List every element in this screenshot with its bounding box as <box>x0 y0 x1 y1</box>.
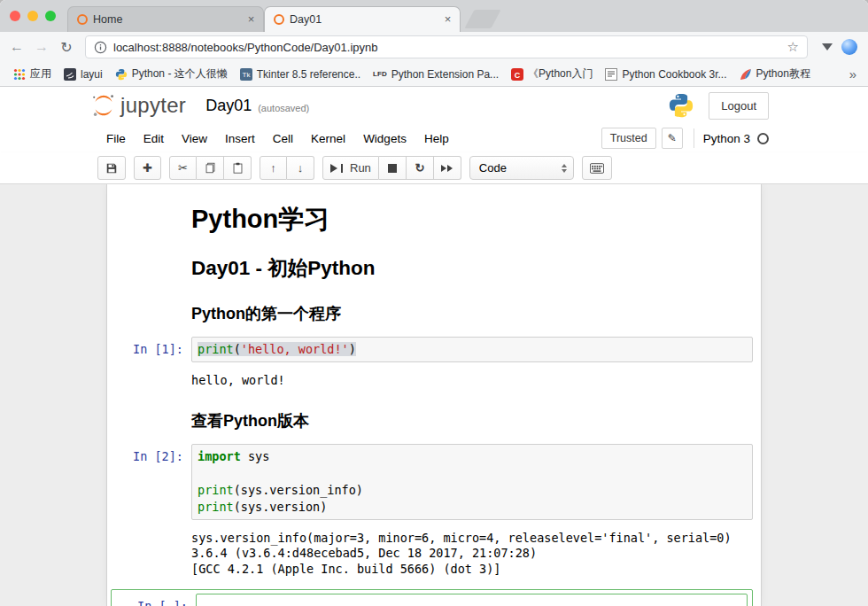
menu-file[interactable]: File <box>97 132 135 145</box>
url-text[interactable]: localhost:8888/notebooks/PythonCode/Day0… <box>113 41 781 54</box>
code-input[interactable]: import sys print(sys.version_info)print(… <box>191 444 753 520</box>
menu-cell[interactable]: Cell <box>264 132 302 145</box>
empty-prompt <box>107 527 191 581</box>
bookmark-python-intro[interactable]: C 《Python入门 <box>505 64 599 84</box>
input-prompt: In [ ]: <box>112 594 196 606</box>
empty-prompt <box>107 400 191 437</box>
save-icon <box>105 162 118 175</box>
bookmark-label: 《Python入门 <box>528 66 593 82</box>
back-button[interactable]: ← <box>5 35 28 58</box>
plus-icon: ✚ <box>143 161 152 175</box>
markdown-cell-title[interactable]: Python学习 <box>107 195 761 240</box>
url-bar[interactable]: localhost:8888/notebooks/PythonCode/Day0… <box>85 35 808 58</box>
dropdown-triangle-icon[interactable] <box>822 43 833 50</box>
move-cell-up-button[interactable]: ↑ <box>260 156 287 180</box>
bookmark-python-cookbook[interactable]: Python Cookbook 3r... <box>599 66 732 83</box>
code-cell-1[interactable]: In [1]: print('hello, world!') <box>107 333 761 366</box>
markdown-cell-check-version[interactable]: 查看Python版本 <box>107 396 761 440</box>
reload-button[interactable]: ↻ <box>55 35 78 58</box>
run-label: Run <box>350 161 371 175</box>
empty-prompt <box>107 292 191 330</box>
menu-edit[interactable]: Edit <box>135 132 173 145</box>
browser-window: Home × Day01 × ← → ↻ localhost:8888/note… <box>0 0 868 606</box>
markdown-cell-first-program[interactable]: Python的第一个程序 <box>107 289 761 333</box>
bookmark-label: layui <box>81 68 103 81</box>
bookmark-label: Python教程 <box>756 66 810 82</box>
stop-icon <box>388 164 397 173</box>
tab-day01[interactable]: Day01 × <box>264 6 461 32</box>
apps-grid-icon <box>13 68 26 81</box>
jupyter-logo-icon[interactable] <box>90 92 117 119</box>
input-prompt: In [2]: <box>107 444 191 520</box>
restart-run-all-button[interactable] <box>434 156 461 180</box>
save-button[interactable] <box>97 156 126 180</box>
cut-cells-button[interactable]: ✂ <box>169 156 197 180</box>
book-icon <box>605 68 617 81</box>
step-forward-icon <box>330 164 337 173</box>
trusted-badge[interactable]: Trusted <box>601 128 656 149</box>
empty-code-cell-selected[interactable]: In [ ]: <box>111 589 753 606</box>
bookmark-python-tutorial[interactable]: Python教程 <box>733 64 817 84</box>
menu-view[interactable]: View <box>173 132 216 145</box>
code-input[interactable]: print('hello, world!') <box>191 337 753 362</box>
tab-home[interactable]: Home × <box>67 6 264 32</box>
input-prompt: In [1]: <box>107 337 191 362</box>
notebook-area[interactable]: Python学习 Day01 - 初始Python Python的第一个程序 I… <box>0 184 868 606</box>
fullscreen-window-button[interactable] <box>45 11 56 21</box>
bookmark-python-blog[interactable]: Python - 这个人很懒 <box>109 64 234 84</box>
new-tab-button[interactable] <box>464 10 500 28</box>
notebook-heading-1: Python学习 <box>191 206 753 233</box>
stop-kernel-button[interactable] <box>379 156 407 180</box>
minimize-window-button[interactable] <box>27 11 38 21</box>
menu-help[interactable]: Help <box>415 132 458 145</box>
run-button[interactable]: Run <box>322 156 379 180</box>
jupyter-wordmark[interactable]: jupyter <box>120 93 186 118</box>
add-cell-button[interactable]: ✚ <box>134 156 161 180</box>
cell-type-value: Code <box>479 161 507 175</box>
menu-insert[interactable]: Insert <box>216 132 264 145</box>
menu-widgets[interactable]: Widgets <box>354 132 415 145</box>
arrow-down-icon: ↓ <box>298 161 304 175</box>
tab-list: Home × Day01 × <box>67 0 496 32</box>
bookmarks-overflow-chevron-icon[interactable]: » <box>845 66 861 82</box>
empty-prompt <box>107 369 191 392</box>
tab-title: Home <box>93 13 239 26</box>
bookmark-python-extension[interactable]: LFD Python Extension Pa... <box>367 66 505 83</box>
kernel-name[interactable]: Python 3 <box>703 132 750 145</box>
notebook-title[interactable]: Day01 <box>205 97 252 115</box>
bookmark-layui[interactable]: layui <box>58 66 109 83</box>
csdn-icon: C <box>511 68 523 81</box>
move-cell-down-button[interactable]: ↓ <box>287 156 314 180</box>
bookmark-label: Python - 这个人很懒 <box>132 66 228 82</box>
logout-button[interactable]: Logout <box>709 92 769 120</box>
window-controls <box>10 11 56 21</box>
markdown-cell-day01[interactable]: Day01 - 初始Python <box>107 240 761 289</box>
edit-mode-pencil-icon: ✎ <box>662 128 683 149</box>
page-info-icon[interactable] <box>94 41 107 54</box>
bookmark-tkinter[interactable]: Tk Tkinter 8.5 reference.. <box>234 66 367 83</box>
bookmark-apps[interactable]: 应用 <box>7 64 58 84</box>
bookmark-star-icon[interactable]: ☆ <box>787 39 799 55</box>
restart-icon: ↻ <box>415 161 424 175</box>
notebook-page: Python学习 Day01 - 初始Python Python的第一个程序 I… <box>106 184 762 606</box>
restart-kernel-button[interactable]: ↻ <box>407 156 434 180</box>
command-palette-button[interactable] <box>582 156 612 180</box>
kernel-idle-indicator-icon <box>757 133 769 144</box>
code-cell-2-output: sys.version_info(major=3, minor=6, micro… <box>107 524 761 585</box>
menu-kernel[interactable]: Kernel <box>302 132 354 145</box>
tab-close-icon[interactable]: × <box>244 13 258 27</box>
code-cell-2[interactable]: In [2]: import sys print(sys.version_inf… <box>107 440 761 524</box>
extension-globe-icon[interactable] <box>841 39 857 55</box>
cell-type-dropdown[interactable]: Code <box>469 156 574 180</box>
code-input-empty[interactable] <box>196 594 748 606</box>
notebook-toolbar: ✚ ✂ ↑ ↓ Run ↻ Code <box>0 152 868 184</box>
address-bar: ← → ↻ localhost:8888/notebooks/PythonCod… <box>0 32 868 62</box>
bookmark-label: Python Extension Pa... <box>391 68 499 81</box>
tab-close-icon[interactable]: × <box>441 13 454 27</box>
close-window-button[interactable] <box>10 11 20 21</box>
paste-cells-button[interactable] <box>224 156 252 180</box>
forward-button[interactable]: → <box>30 35 53 58</box>
copy-cells-button[interactable] <box>197 156 224 180</box>
feather-icon <box>740 68 752 81</box>
copy-icon <box>205 162 216 174</box>
